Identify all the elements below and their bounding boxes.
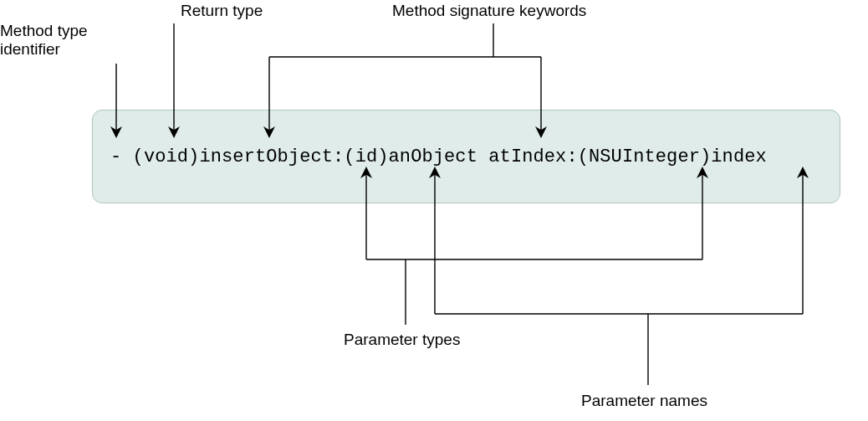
label-parameter-names: Parameter names	[581, 392, 707, 410]
arrow-parameter-names	[435, 172, 803, 385]
method-declaration-code: - (void)insertObject:(id)anObject atInde…	[110, 146, 767, 167]
label-parameter-types: Parameter types	[344, 331, 460, 349]
label-method-signature-keywords: Method signature keywords	[392, 2, 586, 20]
arrows-overlay	[0, 0, 868, 421]
label-method-type-identifier: Method type identifier	[0, 22, 88, 59]
label-return-type: Return type	[181, 2, 263, 20]
